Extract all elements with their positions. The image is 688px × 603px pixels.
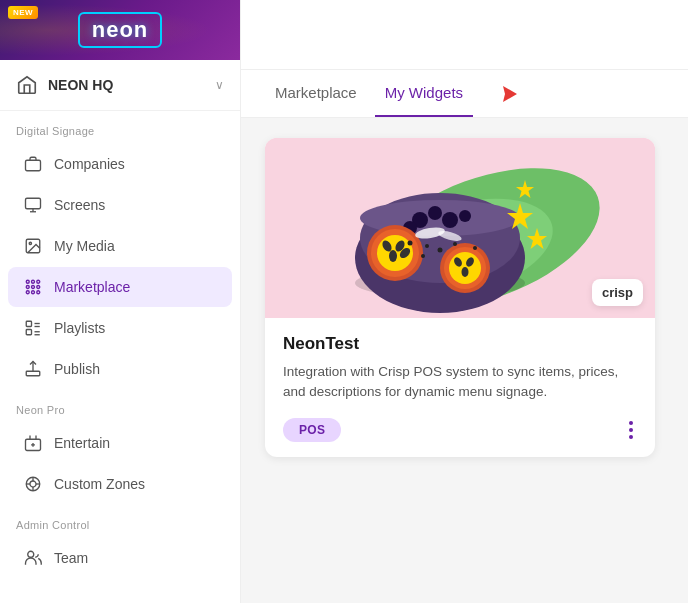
red-arrow-icon <box>489 84 517 104</box>
svg-point-66 <box>408 241 413 246</box>
svg-point-11 <box>37 286 40 289</box>
briefcase-icon <box>24 155 42 173</box>
crisp-badge: crisp <box>592 279 643 306</box>
card-description: Integration with Crisp POS system to syn… <box>283 362 637 403</box>
section-label-digital-signage: Digital Signage <box>0 111 240 143</box>
top-bar <box>241 0 688 70</box>
svg-point-47 <box>459 210 471 222</box>
upload-icon <box>24 360 42 378</box>
svg-point-9 <box>26 286 29 289</box>
svg-point-12 <box>26 291 29 294</box>
svg-point-13 <box>32 291 35 294</box>
svg-point-8 <box>37 280 40 283</box>
svg-point-34 <box>28 551 34 557</box>
svg-point-53 <box>389 250 397 262</box>
svg-point-71 <box>421 254 425 258</box>
workspace-left: NEON HQ <box>16 74 113 96</box>
arrow-indicator <box>489 84 517 104</box>
svg-rect-21 <box>26 371 40 376</box>
dot-3 <box>629 435 633 439</box>
monitor-icon <box>24 196 42 214</box>
section-label-neon-pro: Neon Pro <box>0 390 240 422</box>
svg-point-44 <box>428 206 442 220</box>
svg-point-7 <box>32 280 35 283</box>
sidebar: NEW neon NEON HQ ∨ Digital Signage Compa… <box>0 0 241 603</box>
team-icon <box>24 549 42 567</box>
playlist-icon <box>24 319 42 337</box>
svg-point-67 <box>425 244 429 248</box>
widget-card: crisp NeonTest Integration with Crisp PO… <box>265 138 655 457</box>
sidebar-item-label-marketplace: Marketplace <box>54 279 130 295</box>
sidebar-item-label-companies: Companies <box>54 156 125 172</box>
sidebar-item-my-media[interactable]: My Media <box>8 226 232 266</box>
sidebar-item-custom-zones[interactable]: Custom Zones <box>8 464 232 504</box>
svg-point-68 <box>438 248 443 253</box>
sidebar-item-label-team: Team <box>54 550 88 566</box>
svg-point-5 <box>29 242 31 244</box>
neon-logo: neon <box>78 12 163 48</box>
sidebar-item-team[interactable]: Team <box>8 538 232 578</box>
sidebar-item-label-entertain: Entertain <box>54 435 110 451</box>
grid-icon <box>24 278 42 296</box>
svg-rect-15 <box>26 321 31 326</box>
card-title: NeonTest <box>283 334 637 354</box>
content-area: crisp NeonTest Integration with Crisp PO… <box>241 118 688 603</box>
svg-rect-16 <box>26 330 31 335</box>
sidebar-item-label-custom-zones: Custom Zones <box>54 476 145 492</box>
sidebar-item-companies[interactable]: Companies <box>8 144 232 184</box>
dot-2 <box>629 428 633 432</box>
tabs-container: Marketplace My Widgets <box>241 70 688 118</box>
home-icon <box>16 74 38 96</box>
tab-marketplace[interactable]: Marketplace <box>265 70 367 117</box>
svg-point-6 <box>26 280 29 283</box>
chevron-down-icon: ∨ <box>215 78 224 92</box>
more-options-button[interactable] <box>625 417 637 443</box>
svg-point-45 <box>442 212 458 228</box>
workspace-name: NEON HQ <box>48 77 113 93</box>
card-image-container: crisp <box>265 138 655 318</box>
sidebar-item-marketplace[interactable]: Marketplace <box>8 267 232 307</box>
new-badge: NEW <box>8 6 38 19</box>
svg-point-70 <box>473 246 477 250</box>
svg-point-10 <box>32 286 35 289</box>
svg-point-14 <box>37 291 40 294</box>
sidebar-item-screens[interactable]: Screens <box>8 185 232 225</box>
sidebar-item-publish[interactable]: Publish <box>8 349 232 389</box>
entertain-icon <box>24 434 42 452</box>
svg-marker-35 <box>489 86 517 102</box>
sidebar-item-label-my-media: My Media <box>54 238 115 254</box>
svg-rect-0 <box>26 160 41 171</box>
sidebar-item-label-screens: Screens <box>54 197 105 213</box>
card-footer: POS <box>283 417 637 443</box>
svg-point-69 <box>453 242 457 246</box>
sidebar-item-label-publish: Publish <box>54 361 100 377</box>
pos-tag: POS <box>283 418 341 442</box>
card-body: NeonTest Integration with Crisp POS syst… <box>265 318 655 457</box>
photo-icon <box>24 237 42 255</box>
sidebar-item-playlists[interactable]: Playlists <box>8 308 232 348</box>
section-label-admin-control: Admin Control <box>0 505 240 537</box>
svg-rect-1 <box>26 198 41 209</box>
section-digital-signage: Digital Signage Companies Screens <box>0 111 240 390</box>
custom-zones-icon <box>24 475 42 493</box>
tab-my-widgets[interactable]: My Widgets <box>375 70 473 117</box>
dot-1 <box>629 421 633 425</box>
sidebar-header: NEW neon <box>0 0 240 60</box>
section-neon-pro: Neon Pro Entertain <box>0 390 240 505</box>
workspace-row[interactable]: NEON HQ ∨ <box>0 60 240 111</box>
svg-point-29 <box>30 481 36 487</box>
main-content: Marketplace My Widgets <box>241 0 688 603</box>
svg-point-60 <box>462 267 469 277</box>
section-admin-control: Admin Control Team <box>0 505 240 579</box>
sidebar-item-label-playlists: Playlists <box>54 320 105 336</box>
sidebar-item-entertain[interactable]: Entertain <box>8 423 232 463</box>
